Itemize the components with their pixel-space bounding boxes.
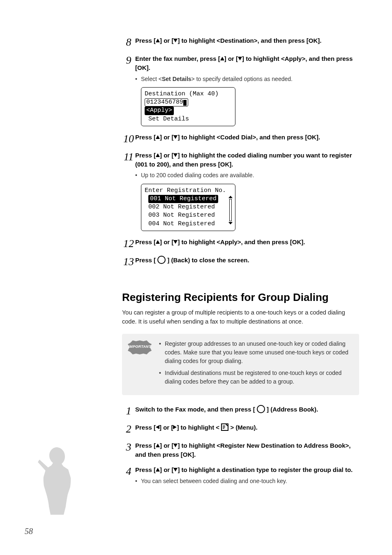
step-title: Press [] or [] to highlight < > (Menu).	[135, 423, 359, 432]
down-arrow-icon	[238, 57, 242, 60]
step-title: Press [] or [] to highlight <Coded Dial>…	[135, 133, 359, 142]
step-title: Press [] or [] to highlight <Destination…	[135, 36, 359, 45]
step: 12 Press [] or [] to highlight <Apply>, …	[122, 238, 359, 249]
lcd-scrollbar	[228, 196, 233, 228]
step-number: 3	[122, 441, 135, 459]
important-label: IMPORTANT	[127, 344, 152, 350]
step-title: Switch to the Fax mode, and then press […	[135, 405, 359, 414]
up-arrow-icon	[156, 468, 160, 472]
step-bullet: You can select between coded dialing and…	[135, 477, 359, 485]
step-title: Enter the fax number, press [] or [] to …	[135, 54, 359, 72]
circle-button-icon	[257, 405, 265, 413]
step: 9 Enter the fax number, press [] or [] t…	[122, 54, 359, 126]
step: 13 Press [ ] (Back) to close the screen.	[122, 256, 359, 267]
step: 1 Switch to the Fax mode, and then press…	[122, 405, 359, 416]
step-number: 2	[122, 423, 135, 435]
right-arrow-icon	[173, 425, 177, 429]
step-title: Press [] or [] to highlight a destinatio…	[135, 465, 359, 474]
step-title: Press [] or [] to highlight <Apply>, and…	[135, 238, 359, 247]
up-arrow-icon	[156, 153, 160, 157]
menu-icon	[221, 423, 228, 431]
step: 10 Press [] or [] to highlight <Coded Di…	[122, 133, 359, 144]
lcd-destination: Destination (Max 40) 0123456789 <Apply> …	[141, 87, 235, 126]
down-arrow-icon	[173, 153, 178, 157]
step-bullet: Up to 200 coded dialing codes are availa…	[135, 171, 359, 179]
step-title: Press [] or [] to highlight <Register Ne…	[135, 441, 359, 459]
step: 3 Press [] or [] to highlight <Register …	[122, 441, 359, 459]
important-badge: IMPORTANT	[127, 340, 152, 355]
step-number: 13	[122, 256, 135, 267]
important-note: IMPORTANT Register group addresses to an…	[122, 334, 359, 395]
up-arrow-icon	[156, 240, 160, 244]
down-arrow-icon	[173, 240, 178, 244]
up-arrow-icon	[156, 444, 160, 447]
step-number: 9	[122, 54, 135, 126]
circle-button-icon	[157, 256, 166, 264]
step-title: Press [ ] (Back) to close the screen.	[135, 256, 359, 265]
down-arrow-icon	[173, 135, 178, 139]
section-heading: Registering Recipients for Group Dialing	[122, 291, 359, 304]
left-arrow-icon	[156, 425, 159, 429]
down-arrow-icon	[173, 468, 178, 472]
page-number: 58	[25, 527, 33, 536]
lcd-registration: Enter Registration No. 001 Not Registere…	[141, 184, 235, 231]
section-paragraph: You can register a group of multiple rec…	[122, 308, 359, 326]
step: 8 Press [] or [] to highlight <Destinati…	[122, 36, 359, 48]
step: 2 Press [] or [] to highlight < > (Menu)…	[122, 423, 359, 435]
step-number: 1	[122, 405, 135, 416]
step-number: 12	[122, 238, 135, 249]
step: 4 Press [] or [] to highlight a destinat…	[122, 465, 359, 485]
up-arrow-icon	[156, 39, 160, 42]
step-number: 8	[122, 36, 135, 48]
down-arrow-icon	[173, 444, 178, 447]
important-item: Individual destinations must be register…	[159, 369, 352, 386]
up-arrow-icon	[220, 57, 224, 60]
important-item: Register group addresses to an unused on…	[159, 340, 352, 365]
step-bullet: Select <Set Details> to specify detailed…	[135, 75, 359, 83]
down-arrow-icon	[173, 39, 178, 42]
step-title: Press [] or [] to highlight the coded di…	[135, 151, 359, 169]
step-number: 10	[122, 133, 135, 144]
up-arrow-icon	[156, 135, 160, 139]
step: 11 Press [] or [] to highlight the coded…	[122, 151, 359, 231]
step-number: 11	[122, 151, 135, 231]
step-number: 4	[122, 465, 135, 485]
figure-silhouette	[32, 444, 81, 518]
